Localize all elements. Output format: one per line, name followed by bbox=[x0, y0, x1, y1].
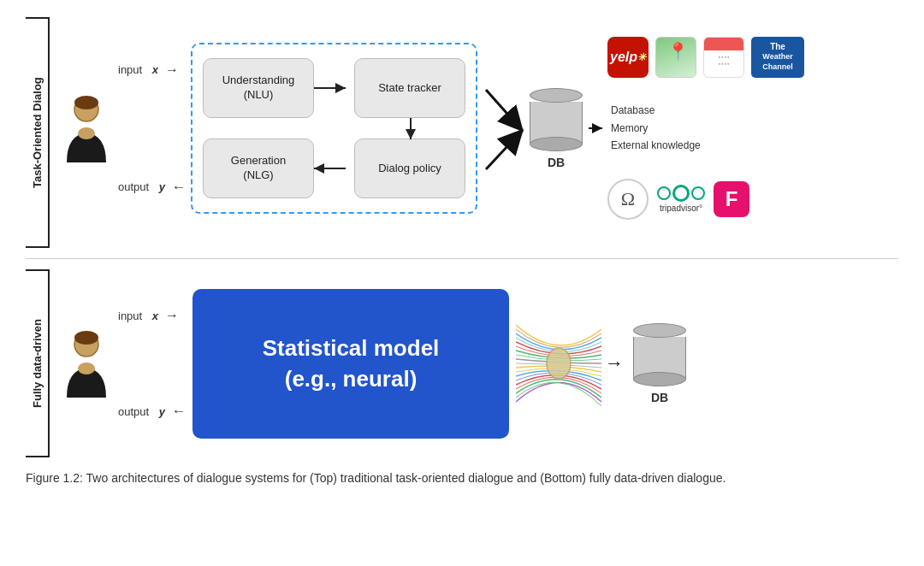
db-top: DB bbox=[530, 88, 582, 169]
svg-point-11 bbox=[78, 363, 95, 374]
tripadvisor-icon: tripadvisor° bbox=[657, 186, 705, 213]
weather-channel-icon: The Weather Channel bbox=[751, 37, 804, 78]
input-label-top: input x → bbox=[118, 62, 186, 78]
wikipedia-icon: Ω bbox=[607, 179, 649, 220]
input-label-bottom: input x → bbox=[118, 308, 186, 323]
dialog-policy-box: Dialog policy bbox=[354, 139, 465, 198]
nlu-box: Understanding(NLU) bbox=[203, 58, 314, 118]
state-tracker-box: State tracker bbox=[354, 58, 465, 118]
svg-point-10 bbox=[74, 331, 98, 345]
db-to-icons-arrow bbox=[587, 43, 604, 214]
calendar-icon: ▪▪▪▪ ▪▪▪▪ bbox=[703, 37, 744, 78]
foursquare-icon: F bbox=[714, 181, 749, 217]
person-icon-top bbox=[60, 94, 113, 162]
svg-line-6 bbox=[486, 90, 520, 128]
db-meta-label: Database Memory External knowledge bbox=[607, 102, 804, 154]
svg-point-2 bbox=[78, 127, 95, 139]
box-to-db-arrows bbox=[483, 43, 525, 214]
main-container: Task-Oriented Dialog bbox=[0, 0, 924, 566]
wire-bundle bbox=[516, 316, 601, 410]
bottom-section-label: Fully data-driven bbox=[26, 269, 50, 457]
yelp-icon: yelp✳ bbox=[607, 37, 649, 78]
db-bottom: DB bbox=[634, 323, 685, 404]
svg-point-1 bbox=[74, 96, 98, 109]
nlg-box: Generation(NLG) bbox=[203, 139, 314, 198]
top-section: Task-Oriented Dialog bbox=[26, 17, 898, 248]
model-to-db-arrow: → bbox=[605, 352, 624, 374]
figure-caption: Figure 1.2: Two architectures of dialogu… bbox=[26, 469, 838, 487]
top-section-label: Task-Oriented Dialog bbox=[26, 17, 50, 248]
svg-point-12 bbox=[547, 348, 571, 379]
output-label-top: output y ← bbox=[118, 180, 186, 195]
map-icon: 📍 bbox=[655, 37, 696, 78]
output-label-bottom: output y ← bbox=[118, 404, 186, 419]
svg-line-7 bbox=[486, 133, 520, 169]
bottom-section: Fully data-driven input x → outpu bbox=[26, 269, 898, 457]
statistical-model-box: Statistical model(e.g., neural) bbox=[192, 289, 509, 439]
section-separator bbox=[26, 258, 898, 259]
person-icon-bottom bbox=[60, 329, 113, 398]
